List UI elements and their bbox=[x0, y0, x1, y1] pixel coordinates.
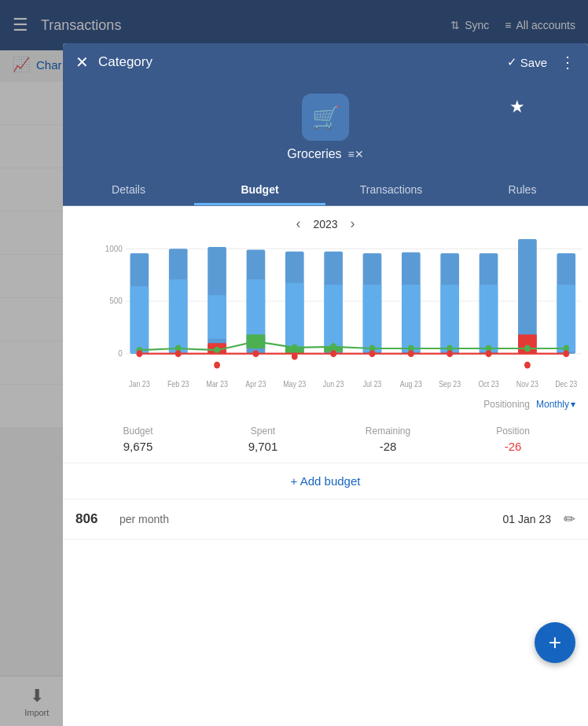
svg-rect-7 bbox=[130, 286, 149, 354]
svg-point-55 bbox=[486, 350, 492, 357]
svg-point-56 bbox=[524, 362, 531, 369]
remaining-amount: -28 bbox=[325, 440, 450, 453]
budget-start-date: 01 Jan 23 bbox=[503, 513, 552, 525]
svg-point-37 bbox=[252, 338, 259, 345]
svg-text:Mar 23: Mar 23 bbox=[206, 379, 228, 389]
svg-rect-9 bbox=[169, 279, 188, 353]
close-button[interactable]: ✕ bbox=[75, 53, 89, 72]
budget-col-budget: Budget 9,675 bbox=[75, 426, 200, 453]
modal-more-icon[interactable]: ⋮ bbox=[560, 53, 575, 72]
svg-text:Apr 23: Apr 23 bbox=[245, 379, 266, 389]
svg-point-57 bbox=[563, 350, 569, 357]
svg-rect-23 bbox=[363, 285, 382, 352]
cart-icon: 🛒 bbox=[312, 105, 340, 131]
chart-navigation: ‹ 2023 › bbox=[69, 216, 582, 232]
svg-rect-33 bbox=[557, 285, 575, 352]
svg-rect-27 bbox=[440, 285, 459, 352]
budget-col-spent: Spent 9,701 bbox=[200, 426, 325, 453]
svg-point-51 bbox=[330, 350, 336, 357]
svg-point-47 bbox=[175, 350, 182, 357]
spent-amount: 9,701 bbox=[200, 440, 325, 453]
chart-options-row: Positioning Monthly ▾ bbox=[69, 396, 582, 413]
fab-add-button[interactable]: + bbox=[535, 622, 575, 663]
save-check-icon: ✓ bbox=[507, 55, 517, 69]
modal-header: ✕ Category ✓ Save ⋮ bbox=[63, 43, 588, 81]
budget-per-month: per month bbox=[119, 513, 503, 525]
category-icon[interactable]: 🛒 bbox=[302, 94, 349, 141]
modal-title: Category bbox=[98, 54, 507, 70]
svg-point-48 bbox=[214, 362, 220, 369]
budget-summary: Budget 9,675 Spent 9,701 Remaining -28 P… bbox=[63, 416, 588, 463]
svg-point-39 bbox=[330, 343, 336, 350]
svg-rect-29 bbox=[480, 285, 498, 352]
svg-point-46 bbox=[136, 350, 142, 357]
svg-text:1000: 1000 bbox=[105, 243, 123, 253]
svg-point-36 bbox=[214, 347, 220, 354]
star-icon[interactable]: ★ bbox=[509, 97, 525, 117]
svg-text:Feb 23: Feb 23 bbox=[167, 379, 189, 389]
budget-chart: 1000 500 0 bbox=[69, 238, 582, 396]
svg-point-53 bbox=[408, 350, 414, 357]
budget-edit-button[interactable]: ✏ bbox=[564, 510, 575, 528]
monthly-dropdown[interactable]: Monthly ▾ bbox=[536, 399, 575, 410]
budget-entry: 806 per month 01 Jan 23 ✏ bbox=[63, 499, 588, 540]
positioning-label: Positioning bbox=[483, 399, 530, 410]
svg-rect-20 bbox=[324, 285, 343, 352]
svg-point-49 bbox=[252, 350, 259, 357]
add-budget-button[interactable]: + Add budget bbox=[63, 463, 588, 499]
category-section: 🛒 ★ Groceries ≡✕ bbox=[63, 81, 588, 174]
budget-col-remaining: Remaining -28 bbox=[325, 426, 450, 453]
svg-point-54 bbox=[447, 350, 453, 357]
svg-text:Jan 23: Jan 23 bbox=[129, 379, 150, 389]
svg-rect-25 bbox=[402, 285, 421, 352]
svg-text:Jul 23: Jul 23 bbox=[363, 379, 382, 389]
category-clear-button[interactable]: ≡✕ bbox=[348, 148, 364, 160]
tab-rules[interactable]: Rules bbox=[457, 174, 588, 205]
svg-text:May 23: May 23 bbox=[283, 379, 306, 389]
svg-text:Nov 23: Nov 23 bbox=[516, 379, 538, 389]
chart-svg: 1000 500 0 bbox=[101, 238, 582, 396]
svg-rect-11 bbox=[208, 295, 226, 339]
svg-rect-17 bbox=[285, 283, 304, 352]
category-modal: ✕ Category ✓ Save ⋮ 🛒 ★ Groceries ≡✕ Det… bbox=[63, 43, 588, 726]
modal-tabs: Details Budget Transactions Rules bbox=[63, 174, 588, 206]
svg-text:Aug 23: Aug 23 bbox=[400, 379, 422, 389]
chart-area: ‹ 2023 › 1000 500 0 bbox=[63, 206, 588, 416]
save-button[interactable]: ✓ Save bbox=[507, 55, 547, 69]
svg-rect-14 bbox=[247, 279, 266, 342]
position-amount: -26 bbox=[450, 440, 575, 453]
svg-text:0: 0 bbox=[118, 348, 123, 358]
tab-details[interactable]: Details bbox=[63, 174, 194, 205]
svg-text:Sep 23: Sep 23 bbox=[439, 379, 461, 389]
svg-text:Dec 23: Dec 23 bbox=[555, 379, 577, 389]
svg-point-50 bbox=[292, 353, 298, 360]
svg-text:500: 500 bbox=[109, 296, 123, 306]
svg-point-52 bbox=[369, 350, 376, 357]
chart-year: 2023 bbox=[313, 218, 337, 230]
chart-prev-button[interactable]: ‹ bbox=[296, 216, 300, 232]
category-name: Groceries bbox=[287, 147, 341, 161]
budget-col-position: Position -26 bbox=[450, 426, 575, 453]
dropdown-arrow-icon: ▾ bbox=[571, 399, 575, 410]
svg-text:Jun 23: Jun 23 bbox=[323, 379, 344, 389]
svg-point-44 bbox=[524, 345, 531, 352]
chart-next-button[interactable]: › bbox=[351, 216, 355, 232]
tab-budget[interactable]: Budget bbox=[194, 174, 325, 205]
budget-entry-amount: 806 bbox=[75, 511, 113, 527]
budget-amount: 9,675 bbox=[75, 440, 200, 453]
svg-text:Oct 23: Oct 23 bbox=[478, 379, 498, 389]
svg-point-38 bbox=[292, 344, 298, 351]
tab-transactions[interactable]: Transactions bbox=[325, 174, 457, 205]
